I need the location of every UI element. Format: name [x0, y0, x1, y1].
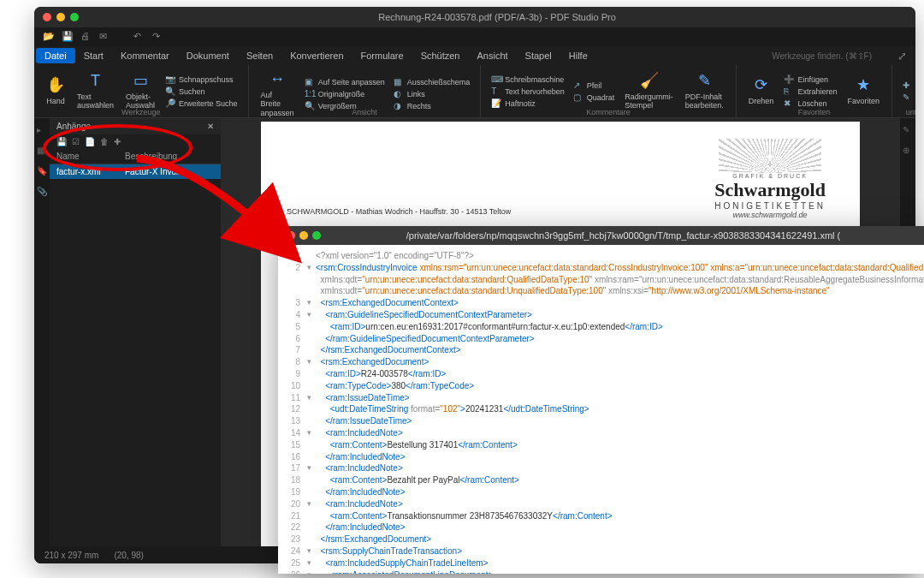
arrow-tool[interactable]: ↗Pfeil: [570, 80, 619, 91]
left-strip: ▸ ▦ 🔖 📎: [34, 118, 50, 546]
original-size-tool[interactable]: 1:1Originalgröße: [301, 88, 388, 99]
undo-icon[interactable]: ↶: [133, 31, 145, 43]
menubar: DateiStartKommentarDokumentSeitenKonvert…: [34, 46, 915, 65]
maximize-icon[interactable]: [312, 231, 321, 240]
menu-dokument[interactable]: Dokument: [178, 48, 238, 63]
insert-tool[interactable]: ➕Einfügen: [780, 74, 840, 85]
new-sign-tool[interactable]: ✚Neu anlegen: [899, 80, 915, 91]
menu-hilfe[interactable]: Hilfe: [560, 48, 596, 63]
extract-tool[interactable]: ⎘Extrahieren: [780, 86, 840, 97]
menu-datei[interactable]: Datei: [36, 48, 75, 63]
schema-tool[interactable]: ▦Ausschießschema: [390, 76, 474, 87]
attach-toolbar: 💾☑📄🗑✚: [50, 134, 221, 149]
quick-access-toolbar: 📂 💾 🖨 ✉ ↶ ↷: [34, 27, 915, 46]
menu-ansicht[interactable]: Ansicht: [469, 48, 517, 63]
tab-icon[interactable]: ▸: [37, 125, 47, 135]
fit-page-tool[interactable]: ▣Auf Seite anpassen: [301, 76, 388, 87]
attachment-row[interactable]: factur-x.xml Factur-X Invoice: [50, 164, 221, 179]
close-icon[interactable]: [287, 231, 295, 240]
minimize-icon[interactable]: [299, 231, 308, 240]
expand-icon[interactable]: ⤢: [897, 50, 914, 63]
typewriter-tool[interactable]: ⌨Schreibmaschine: [488, 74, 568, 85]
search-tool[interactable]: 🔍Suchen: [162, 86, 241, 97]
attachment-icon[interactable]: 📎: [37, 187, 47, 197]
window-title: Rechnung-R24-003578.pdf (PDF/A-3b) - PDF…: [87, 12, 907, 22]
col-desc[interactable]: Beschreibung: [125, 152, 177, 161]
col-name[interactable]: Name: [56, 152, 125, 161]
snapshot-tool[interactable]: 📷Schnappschuss: [162, 74, 241, 85]
bookmark-icon[interactable]: 🔖: [37, 166, 47, 176]
ribbon: ✋Hand TText auswählen ▭Objekt-Auswahl 📷S…: [34, 65, 915, 118]
menu-seiten[interactable]: Seiten: [238, 48, 281, 63]
maximize-icon[interactable]: [70, 13, 79, 21]
minimize-icon[interactable]: [56, 13, 65, 21]
open-icon[interactable]: 📂: [43, 31, 55, 43]
xml-content[interactable]: 1<?xml version="1.0" encoding="UTF-8"?>2…: [278, 245, 924, 574]
company-logo: GRAFIK & DRUCK Schwarmgold HONIGETIKETTE…: [714, 139, 826, 219]
cursor-coords: (20, 98): [114, 551, 143, 560]
mail-icon[interactable]: ✉: [99, 31, 111, 43]
xml-editor-window: /private/var/folders/np/mqqswchn3r9gg5mf…: [278, 226, 924, 574]
menu-schützen[interactable]: Schützen: [412, 48, 469, 63]
xml-title: /private/var/folders/np/mqqswchn3r9gg5mf…: [331, 230, 915, 241]
menu-start[interactable]: Start: [75, 48, 112, 63]
attachments-panel: Anhänge ✕ 💾☑📄🗑✚ Name Beschreibung factur…: [50, 118, 221, 546]
save-icon[interactable]: 💾: [62, 31, 74, 43]
menu-konvertieren[interactable]: Konvertieren: [281, 48, 352, 63]
panel-title: Anhänge: [56, 122, 91, 131]
highlight-tool[interactable]: TText hervorheben: [488, 86, 568, 97]
menu-formulare[interactable]: Formulare: [352, 48, 412, 63]
print-icon[interactable]: 🖨: [80, 31, 92, 43]
titlebar: Rechnung-R24-003578.pdf (PDF/A-3b) - PDF…: [34, 7, 915, 27]
tool-search[interactable]: Werkzeuge finden. (⌘⇧F): [772, 51, 897, 61]
menu-stapel[interactable]: Stapel: [517, 48, 560, 63]
pages-icon[interactable]: ▦: [37, 146, 47, 156]
menu-kommentar[interactable]: Kommentar: [112, 48, 178, 63]
links-tool[interactable]: ◐Links: [390, 88, 474, 99]
close-panel-icon[interactable]: ✕: [207, 122, 214, 131]
redo-icon[interactable]: ↷: [152, 31, 164, 43]
close-icon[interactable]: [43, 13, 51, 21]
square-tool[interactable]: ▢Quadrat: [570, 92, 619, 103]
page-dimensions: 210 x 297 mm: [44, 551, 98, 560]
